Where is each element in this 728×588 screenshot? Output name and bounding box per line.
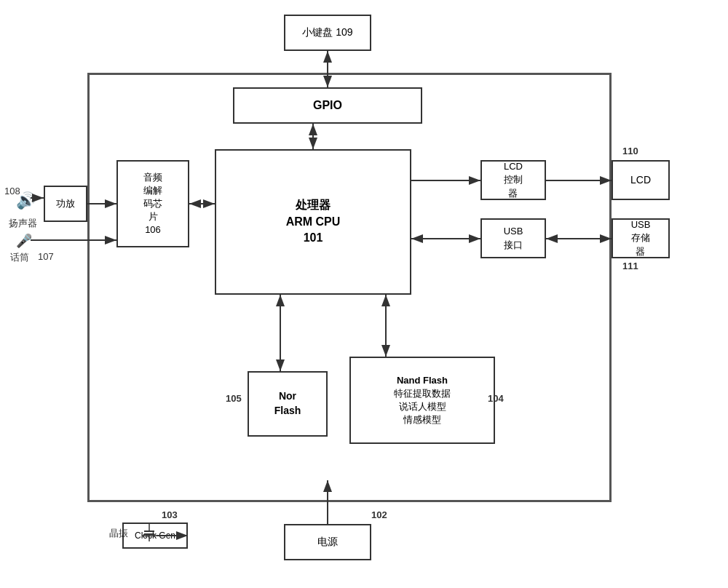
- nand-flash-label: Nand Flash 特征提取数据 说话人模型 情感模型: [394, 374, 451, 427]
- lcd-box: LCD: [612, 160, 670, 200]
- lcd-number-label: 110: [622, 146, 638, 156]
- crystal-label: 晶振: [109, 527, 128, 540]
- power-label: 电源: [317, 535, 338, 549]
- keypad-box: 小键盘 109: [284, 15, 371, 51]
- power-box: 电源: [284, 524, 371, 560]
- nor-flash-box: Nor Flash: [248, 371, 328, 437]
- lcd-controller-box: LCD 控制 器: [480, 160, 546, 200]
- audio-codec-label: 音频 编解 码芯 片 106: [143, 171, 162, 237]
- power-number-label: 102: [371, 509, 387, 520]
- lcd-label: LCD: [630, 173, 651, 188]
- usb-storage-box: USB 存储 器: [612, 218, 670, 258]
- usb-storage-number-label: 111: [622, 261, 638, 271]
- crystal-symbol: [142, 523, 164, 549]
- speaker-number-label: 108: [4, 186, 20, 196]
- nand-flash-box: Nand Flash 特征提取数据 说话人模型 情感模型: [349, 357, 495, 444]
- nand-number-label: 104: [488, 393, 504, 404]
- usb-interface-label: USB 接口: [504, 225, 523, 251]
- usb-storage-label: USB 存储 器: [631, 218, 651, 258]
- clock-number-label: 103: [162, 509, 178, 520]
- gpio-box: GPIO: [233, 87, 422, 124]
- processor-label: 处理器 ARM CPU 101: [286, 197, 341, 246]
- gpio-label: GPIO: [313, 98, 342, 114]
- mic-device-label: 话筒: [10, 251, 29, 264]
- amplifier-label: 功放: [56, 197, 75, 210]
- nor-flash-label: Nor Flash: [274, 389, 301, 418]
- diagram-container: 小键盘 109 GPIO 处理器 ARM CPU 101 音频 编解 码芯 片 …: [0, 0, 728, 588]
- mic-number-label: 107: [38, 251, 54, 262]
- lcd-controller-label: LCD 控制 器: [504, 160, 523, 200]
- keypad-label: 小键盘 109: [302, 25, 352, 40]
- speaker-device-label: 扬声器: [9, 217, 37, 230]
- audio-codec-box: 音频 编解 码芯 片 106: [116, 160, 189, 247]
- nor-number-label: 105: [226, 393, 242, 404]
- usb-interface-box: USB 接口: [480, 218, 546, 258]
- processor-box: 处理器 ARM CPU 101: [215, 149, 411, 295]
- amplifier-box: 功放: [44, 186, 87, 222]
- mic-icon: 🎤: [16, 233, 32, 249]
